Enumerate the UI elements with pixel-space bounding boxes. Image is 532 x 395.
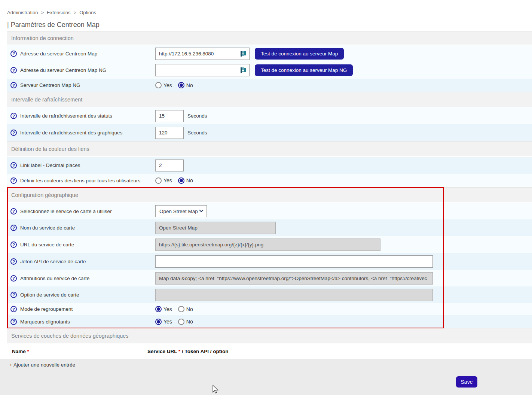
help-icon[interactable]: ? [10, 82, 17, 88]
status-refresh-input[interactable] [155, 110, 184, 122]
breadcrumb-administration[interactable]: Administration [7, 10, 38, 15]
breadcrumb-extensions[interactable]: Extensions [47, 10, 71, 15]
graph-refresh-label: Intervalle de rafraîchissement des graph… [20, 130, 122, 136]
api-token-label: Jeton API de service de carte [20, 259, 86, 264]
map-service-selected-value: Open Street Map [159, 209, 198, 214]
radio-icon [178, 306, 184, 312]
map-service-name-input [155, 222, 276, 234]
row-server-address-ng: ? Adresse du serveur Centreon Map NG Tes… [7, 62, 532, 79]
clustering-label: Mode de regroupement [20, 306, 73, 312]
clustering-radio-yes[interactable]: Yes [155, 306, 172, 312]
test-connection-map-ng-button[interactable]: Test de connexion au serveur Map NG [255, 64, 353, 76]
help-icon[interactable]: ? [10, 319, 17, 325]
help-icon[interactable]: ? [10, 292, 17, 298]
column-name: Name * [7, 349, 147, 354]
help-icon[interactable]: ? [10, 258, 17, 265]
help-icon[interactable]: ? [10, 275, 17, 282]
link-colors-all-users-label: Définir les couleurs des liens pour tous… [20, 178, 140, 183]
row-status-refresh: ? Intervalle de rafraîchissement des sta… [7, 107, 532, 124]
help-icon[interactable]: ? [10, 208, 17, 215]
password-manager-icon[interactable] [241, 67, 247, 73]
attribution-input [155, 272, 433, 285]
map-service-name-label: Nom du service de carte [20, 225, 75, 231]
breadcrumb-separator: > [74, 10, 77, 15]
blinking-radio-group: Yes No [155, 319, 193, 325]
help-icon[interactable]: ? [10, 51, 17, 57]
map-service-url-label: URL du service de carte [20, 242, 74, 247]
help-icon[interactable]: ? [10, 241, 17, 248]
row-clustering: ? Mode de regroupement Yes No [7, 303, 532, 315]
breadcrumb-separator: > [41, 10, 44, 15]
row-blinking-markers: ? Marqueurs clignotants Yes No [7, 315, 532, 328]
row-link-colors-all-users: ? Définir les couleurs des liens pour to… [7, 174, 532, 187]
server-ng-radio-group: Yes No [155, 82, 193, 88]
api-token-input[interactable] [155, 255, 433, 268]
graph-refresh-input[interactable] [155, 127, 184, 139]
link-colors-radio-no[interactable]: No [178, 177, 193, 184]
geo-layers-table-header: Name * Service URL * / Token API / optio… [7, 344, 532, 359]
radio-icon [178, 319, 184, 325]
service-option-label: Option de service de carte [20, 292, 79, 298]
help-icon[interactable]: ? [10, 162, 17, 168]
link-colors-radio-yes[interactable]: Yes [155, 177, 172, 184]
password-manager-icon[interactable] [241, 51, 247, 57]
breadcrumb-options[interactable]: Options [79, 10, 96, 15]
help-icon[interactable]: ? [10, 177, 17, 184]
chevron-down-icon [199, 208, 203, 212]
add-new-entry-link[interactable]: + Ajouter une nouvelle entrée [9, 362, 75, 368]
row-map-service-url: ? URL du service de carte [7, 236, 532, 253]
column-service-url: Service URL * / Token API / option [147, 349, 229, 354]
test-connection-map-button[interactable]: Test de connexion au serveur Map [255, 48, 344, 60]
blinking-radio-yes[interactable]: Yes [155, 319, 172, 325]
radio-icon [155, 177, 162, 184]
blinking-markers-label: Marqueurs clignotants [20, 319, 70, 325]
radio-icon [155, 82, 162, 88]
radio-icon [178, 177, 184, 184]
page-title: | Paramètres de Centreon Map [0, 19, 532, 31]
row-server-address: ? Adresse du serveur Centreon Map Test d… [7, 45, 532, 62]
row-decimal-places: ? Link label - Decimal places [7, 157, 532, 174]
section-header-refresh: Intervalle de rafraîchissement [7, 92, 532, 107]
breadcrumb: Administration > Extensions > Options [0, 0, 532, 19]
server-address-label: Adresse du serveur Centreon Map [20, 51, 97, 57]
row-api-token: ? Jeton API de service de carte [7, 253, 532, 270]
map-service-select-label: Sélectionnez le service de carte à utili… [20, 209, 112, 214]
server-address-input[interactable] [155, 48, 250, 60]
required-marker: * [27, 349, 29, 354]
server-ng-radio-yes[interactable]: Yes [155, 82, 172, 88]
status-refresh-label: Intervalle de rafraîchissement des statu… [20, 113, 112, 119]
status-refresh-unit: Seconds [187, 113, 207, 119]
save-button[interactable]: Save [456, 376, 477, 388]
server-address-ng-label: Adresse du serveur Centreon Map NG [20, 67, 106, 73]
row-graph-refresh: ? Intervalle de rafraîchissement des gra… [7, 124, 532, 141]
row-server-ng-toggle: ? Serveur Centreon Map NG Yes No [7, 79, 532, 92]
radio-icon [155, 319, 162, 325]
server-address-ng-input[interactable] [155, 64, 250, 76]
radio-icon [155, 306, 162, 312]
help-icon[interactable]: ? [10, 130, 17, 136]
clustering-radio-no[interactable]: No [178, 306, 193, 312]
help-icon[interactable]: ? [10, 225, 17, 231]
map-service-select[interactable]: Open Street Map [155, 205, 207, 217]
service-option-input [155, 289, 433, 301]
section-header-geo: Configuration géographique [7, 187, 532, 203]
section-header-geo-layers: Services de couches de données géographi… [7, 328, 532, 344]
section-header-link-color: Définition de la couleur des liens [7, 141, 532, 157]
decimal-places-input[interactable] [155, 159, 184, 171]
row-attribution: ? Attributions du service de carte [7, 270, 532, 286]
options-form: Information de connection ? Adresse du s… [7, 31, 532, 359]
row-service-option: ? Option de service de carte [7, 286, 532, 303]
decimal-places-label: Link label - Decimal places [20, 162, 80, 168]
blinking-radio-no[interactable]: No [178, 319, 193, 325]
help-icon[interactable]: ? [10, 113, 17, 119]
radio-icon [178, 82, 184, 88]
help-icon[interactable]: ? [10, 67, 17, 73]
graph-refresh-unit: Seconds [187, 130, 207, 136]
help-icon[interactable]: ? [10, 306, 17, 312]
attribution-label: Attributions du service de carte [20, 276, 89, 281]
row-map-service-name: ? Nom du service de carte [7, 219, 532, 236]
clustering-radio-group: Yes No [155, 306, 193, 312]
row-map-service-select: ? Sélectionnez le service de carte à uti… [7, 203, 532, 219]
bottom-band: + Ajouter une nouvelle entrée Save [0, 359, 532, 395]
server-ng-radio-no[interactable]: No [178, 82, 193, 88]
